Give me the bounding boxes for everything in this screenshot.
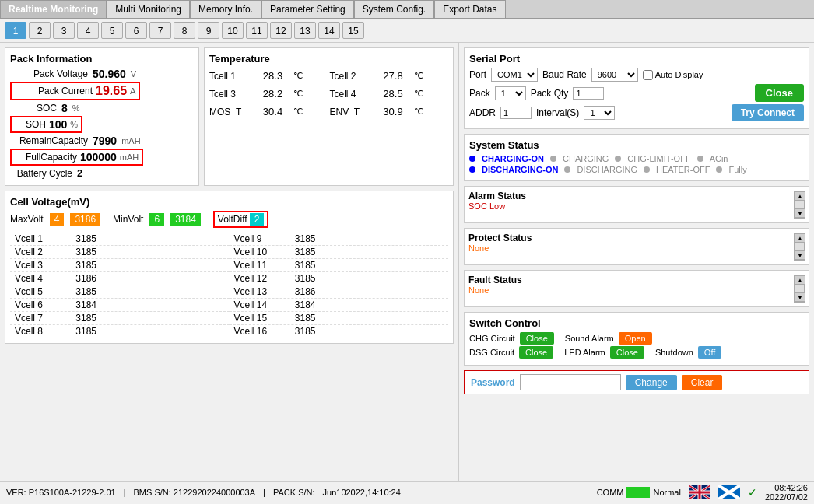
serial-port-title: Serial Port [469,53,804,65]
tcell1-label: Tcell 1 [209,71,252,82]
interval-label: Interval(S) [536,107,579,118]
alarm-scroll-down[interactable]: ▼ [795,208,805,218]
num-tab-7[interactable]: 7 [149,22,171,39]
vcell11-val: 3185 [281,260,316,271]
vcell3-val: 3185 [61,260,96,271]
vcell7-row: Vcell 7 3185 [10,312,230,325]
full-highlight-box: FullCapacity 100000 mAH [10,149,143,166]
top-section: Pack Information Pack Voltage 50.960 V P… [5,47,454,186]
num-tab-8[interactable]: 8 [174,22,195,39]
num-tab-3[interactable]: 3 [53,22,75,39]
num-tab-13[interactable]: 13 [294,22,316,39]
password-label: Password [471,377,515,388]
num-tab-bar: 1 2 3 4 5 6 7 8 9 10 11 12 13 14 15 [0,19,814,43]
baud-select[interactable]: 9600 [591,68,638,82]
tcell1-value: 28.3 [255,70,290,82]
alarm-scroll-up[interactable]: ▲ [795,191,805,201]
password-input[interactable] [520,374,621,390]
charging-on-dot [469,156,475,162]
change-button[interactable]: Change [626,375,677,390]
addr-input[interactable] [500,107,532,119]
num-tab-15[interactable]: 15 [342,22,364,39]
pack-sn-value: Jun102022,14:10:24 [323,488,401,497]
num-tab-6[interactable]: 6 [125,22,147,39]
minvolt-num: 6 [149,213,164,226]
dsg-circuit-button[interactable]: Close [519,346,553,359]
auto-display-checkbox[interactable] [643,70,653,80]
tab-export[interactable]: Export Datas [434,0,505,18]
protect-scroll-up[interactable]: ▲ [795,233,805,243]
protect-status-value: None [468,243,532,253]
fault-scroll-down[interactable]: ▼ [795,292,805,302]
fault-scroll-up[interactable]: ▲ [795,275,805,285]
num-tab-10[interactable]: 10 [222,22,244,39]
pack-select[interactable]: 1 [495,86,526,100]
addr-label: ADDR [469,107,496,118]
num-tab-4[interactable]: 4 [77,22,99,39]
fault-scrollbar[interactable]: ▲ ▼ [794,275,805,303]
charging-label: CHARGING [563,154,609,163]
tab-realtime[interactable]: Realtime Monitoring [0,0,107,18]
vcell2-label: Vcell 2 [15,247,61,257]
vcell15-label: Vcell 15 [234,313,281,324]
most-value: 30.4 [255,106,290,117]
close-button[interactable]: Close [755,84,804,102]
port-select[interactable]: COM10 [491,68,538,82]
alarm-scrollbar[interactable]: ▲ ▼ [794,191,805,219]
vcell3-label: Vcell 3 [15,260,61,271]
num-tab-14[interactable]: 14 [318,22,340,39]
switch-control-title: Switch Control [469,317,804,329]
protect-scrollbar[interactable]: ▲ ▼ [794,233,805,261]
ver-text: VER: P16S100A-21229-2.01 [6,488,116,497]
tcell3-label: Tcell 3 [209,89,252,100]
num-tab-2[interactable]: 2 [29,22,51,39]
chg-circuit-button[interactable]: Close [520,332,554,345]
discharging-label: DISCHARGING [577,165,637,174]
vcell4-label: Vcell 4 [15,273,61,284]
tcell4-unit: ℃ [414,89,423,99]
alarm-status-value: SOC Low [468,201,526,211]
date-text: 2022/07/02 [765,492,808,502]
tcell1-unit: ℃ [293,71,303,81]
maxvolt-num: 4 [50,213,65,226]
most-label: MOS_T [209,107,252,117]
tcell2-unit: ℃ [414,71,423,81]
status-row-1: CHARGING-ON CHARGING CHG-LIMIT-OFF ACin [469,154,804,163]
tab-sysconfg[interactable]: System Config. [354,0,434,18]
soh-highlight-box: SOH 100 % [10,116,82,133]
soh-row: SOH 100 % [10,116,194,133]
comm-indicator: COMM Normal [597,487,681,498]
clear-button[interactable]: Clear [682,375,723,390]
soc-unit: % [72,103,80,113]
shutdown-button[interactable]: Off [698,346,721,359]
led-alarm-button[interactable]: Close [610,346,644,359]
tcell2-value: 27.8 [376,70,411,82]
heater-dot [644,166,650,173]
connect-button[interactable]: Try Connect [732,104,804,121]
soc-value: 8 [61,102,68,114]
num-tab-1[interactable]: 1 [5,22,26,39]
led-alarm-label: LED Alarm [564,348,605,357]
tab-memory[interactable]: Memory Info. [190,0,261,18]
cells-left: Vcell 1 3185 Vcell 2 3185 Vcell 3 3185 V… [10,233,230,338]
sound-alarm-button[interactable]: Open [619,332,652,345]
vcell14-val: 3184 [281,299,316,310]
num-tab-12[interactable]: 12 [270,22,292,39]
protect-scroll-down[interactable]: ▼ [795,250,805,260]
tab-multi[interactable]: Multi Monitoring [107,0,190,18]
minvolt-val: 3184 [170,213,201,226]
num-tab-11[interactable]: 11 [246,22,268,39]
serial-port-panel: Serial Port Port COM10 Baud Rate 9600 Au… [464,47,809,129]
tab-parameter[interactable]: Parameter Setting [261,0,354,18]
alarm-status-panel: Alarm Status SOC Low ▲ ▼ [464,186,809,223]
pack-qty-input[interactable] [573,87,604,100]
envt-label: ENV_T [330,107,373,117]
check-icon: ✓ [748,486,757,499]
vcell14-row: Vcell 14 3184 [230,299,449,312]
chg-limit-dot [615,156,621,162]
num-tab-9[interactable]: 9 [198,22,219,39]
interval-select[interactable]: 1 [584,106,615,120]
vcell15-val: 3185 [281,313,316,324]
num-tab-5[interactable]: 5 [101,22,123,39]
vcell10-row: Vcell 10 3185 [230,246,449,259]
